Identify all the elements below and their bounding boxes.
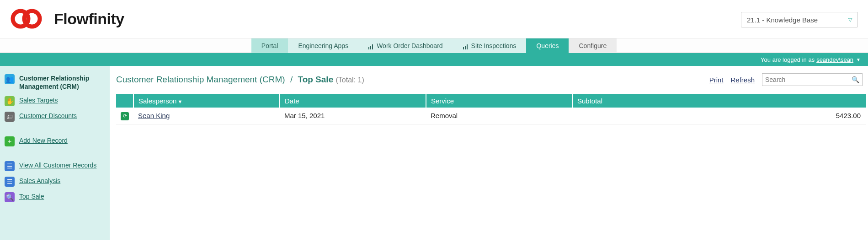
body: 👥 Customer Relationship Management (CRM)… — [0, 66, 868, 240]
breadcrumb-total: (Total: 1) — [336, 76, 364, 84]
nav-portal[interactable]: Portal — [251, 38, 288, 53]
record-icon: ⟳ — [121, 112, 129, 120]
users-icon: 👥 — [5, 74, 15, 84]
logo: Flowfinity — [10, 9, 124, 29]
sidebar-add-new-record[interactable]: ＋ Add New Record — [5, 134, 105, 149]
sidebar-item-label: View All Customer Records — [19, 161, 96, 169]
nav-queries[interactable]: Queries — [526, 38, 569, 53]
salesperson-link[interactable]: Sean King — [138, 112, 170, 119]
print-link[interactable]: Print — [709, 76, 724, 84]
col-date[interactable]: Date — [280, 94, 426, 108]
svg-rect-4 — [372, 44, 373, 49]
cell-service: Removal — [426, 108, 572, 124]
logo-icon — [10, 9, 51, 29]
col-service[interactable]: Service — [426, 94, 572, 108]
list-icon: ☰ — [5, 177, 15, 187]
chevron-down-icon: ▽ — [848, 17, 852, 23]
sidebar-top-sale[interactable]: 🔍 Top Sale — [5, 189, 105, 205]
sidebar-item-customer-discounts[interactable]: 🏷 Customer Discounts — [5, 109, 105, 124]
svg-rect-3 — [370, 46, 371, 49]
sidebar-item-label: Sales Analysis — [19, 177, 60, 185]
login-status-bar: You are logged in as seandev\sean ▼ — [0, 53, 868, 66]
current-user-link[interactable]: seandev\sean — [816, 56, 853, 63]
sidebar: 👥 Customer Relationship Management (CRM)… — [0, 66, 110, 240]
search-icon: 🔍 — [5, 192, 15, 202]
login-prefix: You are logged in as — [761, 56, 815, 63]
hand-icon: ✋ — [5, 96, 15, 106]
sidebar-item-label: Add New Record — [19, 136, 68, 145]
sidebar-item-label: Sales Targets — [19, 96, 58, 104]
sidebar-item-label: Customer Relationship Management (CRM) — [19, 74, 105, 91]
sidebar-item-sales-targets[interactable]: ✋ Sales Targets — [5, 93, 105, 109]
sidebar-view-all-records[interactable]: ☰ View All Customer Records — [5, 158, 105, 174]
cell-subtotal: 5423.00 — [572, 108, 866, 124]
col-status[interactable] — [116, 94, 133, 108]
top-nav: Portal Engineering Apps Work Order Dashb… — [0, 38, 868, 53]
sidebar-item-crm[interactable]: 👥 Customer Relationship Management (CRM) — [5, 71, 105, 93]
col-subtotal[interactable]: Subtotal — [572, 94, 866, 108]
sidebar-item-label: Top Sale — [19, 192, 44, 200]
sort-desc-icon: ▼ — [177, 99, 182, 104]
svg-rect-7 — [467, 44, 468, 49]
breadcrumb-separator: / — [290, 75, 293, 84]
results-table: Salesperson▼ Date Service Subtotal ⟳ Sea… — [116, 94, 866, 124]
breadcrumb-root: Customer Relationship Management (CRM) — [116, 75, 285, 84]
tag-icon: 🏷 — [5, 112, 15, 122]
plus-icon: ＋ — [5, 136, 15, 146]
page-actions: Print Refresh 🔍 — [709, 73, 863, 86]
refresh-link[interactable]: Refresh — [730, 76, 755, 84]
svg-rect-6 — [465, 46, 466, 49]
breadcrumb-leaf: Top Sale — [298, 75, 333, 84]
nav-site-inspections[interactable]: Site Inspections — [453, 38, 527, 53]
app-header: Flowfinity 21.1 - Knowledge Base ▽ — [0, 0, 868, 38]
search-icon: 🔍 — [852, 76, 859, 83]
nav-engineering-apps[interactable]: Engineering Apps — [288, 38, 358, 53]
bar-chart-icon — [368, 43, 374, 49]
list-icon: ☰ — [5, 161, 15, 171]
search-box[interactable]: 🔍 — [762, 73, 863, 86]
sidebar-sales-analysis[interactable]: ☰ Sales Analysis — [5, 174, 105, 189]
bar-chart-icon — [463, 43, 469, 49]
brand-name: Flowfinity — [54, 10, 124, 28]
main-content: Customer Relationship Management (CRM) /… — [110, 66, 868, 124]
col-salesperson[interactable]: Salesperson▼ — [133, 94, 280, 108]
cell-date: Mar 15, 2021 — [280, 108, 426, 124]
table-row[interactable]: ⟳ Sean King Mar 15, 2021 Removal 5423.00 — [116, 108, 866, 124]
nav-configure[interactable]: Configure — [569, 38, 617, 53]
chevron-down-icon: ▼ — [856, 57, 861, 62]
breadcrumb: Customer Relationship Management (CRM) /… — [116, 75, 364, 85]
sidebar-item-label: Customer Discounts — [19, 112, 77, 120]
search-input[interactable] — [765, 76, 852, 83]
nav-work-order-dashboard[interactable]: Work Order Dashboard — [358, 38, 453, 53]
svg-rect-5 — [463, 47, 464, 49]
kb-select-value: 21.1 - Knowledge Base — [747, 16, 818, 24]
breadcrumb-row: Customer Relationship Management (CRM) /… — [116, 73, 866, 86]
knowledge-base-select[interactable]: 21.1 - Knowledge Base ▽ — [741, 12, 858, 27]
svg-rect-2 — [368, 47, 369, 49]
